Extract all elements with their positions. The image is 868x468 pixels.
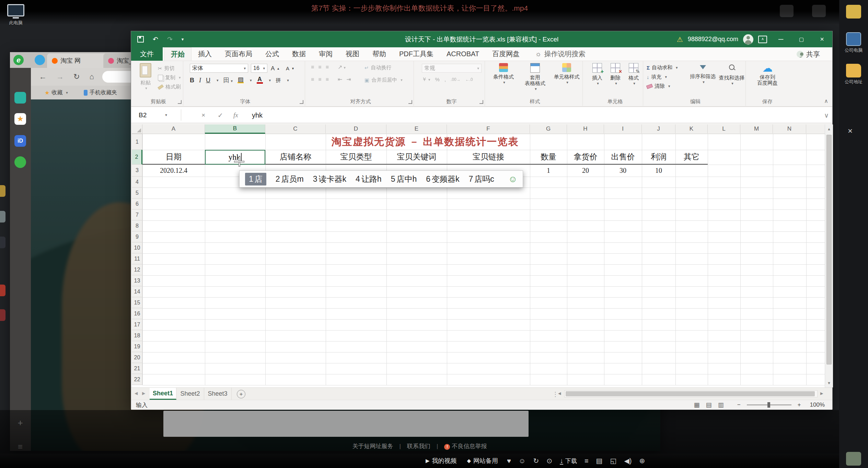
find-select-button[interactable]: 查找和选择▾: [718, 63, 745, 86]
column-header-L[interactable]: L: [708, 124, 740, 133]
cell-K2[interactable]: 其它: [675, 150, 708, 165]
maximize-button[interactable]: ▢: [791, 31, 812, 47]
desktop-shortcut-icon[interactable]: [0, 237, 5, 248]
row-header-22[interactable]: 22: [132, 374, 142, 385]
underline-button[interactable]: U: [206, 77, 210, 84]
cell-J3[interactable]: 10: [642, 165, 675, 177]
desktop-shortcut-icon[interactable]: [0, 185, 5, 197]
playlist-icon[interactable]: ≡: [585, 457, 589, 465]
row-header-21[interactable]: 21: [132, 363, 142, 374]
cell-H2[interactable]: 拿货价: [567, 150, 604, 165]
column-header-A[interactable]: A: [142, 124, 205, 133]
horizontal-scrollbar[interactable]: [564, 390, 818, 397]
copy-button[interactable]: 复制▾: [158, 73, 181, 82]
row-header-20[interactable]: 20: [132, 352, 142, 363]
confirm-entry-icon[interactable]: ✓: [218, 107, 223, 123]
hscrollbar-thumb[interactable]: [566, 391, 815, 396]
sheet-tab-sheet3[interactable]: Sheet3: [204, 388, 232, 400]
page-break-view-icon[interactable]: ▥: [718, 401, 724, 409]
italic-button[interactable]: I: [199, 77, 201, 84]
delete-cells-button[interactable]: × 删除▾: [607, 63, 624, 86]
row-header-16[interactable]: 16: [132, 308, 142, 319]
floating-close-icon[interactable]: ×: [848, 126, 853, 136]
cell-A1-title[interactable]: 淘宝虚拟无货源 － 出单数据统计一览表: [142, 134, 708, 150]
column-header-D[interactable]: D: [326, 124, 386, 133]
cell-I3[interactable]: 30: [604, 165, 642, 177]
cast-icon[interactable]: ⊙: [546, 457, 552, 465]
column-header-I[interactable]: I: [604, 124, 642, 133]
row-header-7[interactable]: 7: [132, 209, 142, 220]
save-icon[interactable]: [137, 36, 144, 43]
font-color-button[interactable]: A: [257, 77, 263, 84]
sheet-tab-sheet2[interactable]: Sheet2: [176, 388, 204, 400]
new-sheet-icon[interactable]: +: [237, 390, 245, 398]
row-header-11[interactable]: 11: [132, 253, 142, 264]
home-icon[interactable]: ⌂: [89, 72, 94, 81]
undo-icon[interactable]: ↶: [153, 35, 158, 43]
align-right-icon[interactable]: ≡: [326, 76, 329, 83]
bookmark-favorites[interactable]: ★ 收藏 ▾: [45, 89, 68, 96]
column-header-B[interactable]: B: [205, 124, 265, 134]
cut-button[interactable]: ✂剪切: [158, 64, 181, 73]
sidebar-favorites-icon[interactable]: ★: [14, 113, 26, 125]
desktop-shortcut[interactable]: [839, 5, 868, 19]
row-header-13[interactable]: 13: [132, 275, 142, 286]
row-header-6[interactable]: 6: [132, 199, 142, 209]
desktop-shortcut-icon[interactable]: [0, 211, 5, 223]
fullscreen-icon[interactable]: ◱: [610, 457, 617, 465]
redo-icon[interactable]: ↷: [167, 35, 173, 43]
replay-icon[interactable]: ↻: [533, 457, 539, 465]
dialog-launcher-icon[interactable]: [178, 100, 182, 104]
minimize-button[interactable]: ─: [771, 31, 791, 47]
sidebar-app-icon[interactable]: [14, 92, 26, 104]
row-header-1[interactable]: 1: [132, 134, 142, 150]
forward-icon[interactable]: →: [56, 72, 64, 81]
row-header-12[interactable]: 12: [132, 264, 142, 275]
back-icon[interactable]: ←: [39, 72, 47, 81]
cell-I2[interactable]: 出售价: [604, 150, 642, 165]
row-header-18[interactable]: 18: [132, 330, 142, 341]
row-header-4[interactable]: 4: [132, 177, 142, 188]
increase-decimal-icon[interactable]: .00→: [451, 77, 461, 82]
emoji-smiley-icon[interactable]: ☺: [508, 174, 518, 184]
autosum-button[interactable]: Σ自动求和▾: [647, 63, 678, 72]
row-header-14[interactable]: 14: [132, 286, 142, 297]
tell-me-search[interactable]: ☼ 操作说明搜索: [535, 47, 585, 61]
share-button[interactable]: 共享: [797, 47, 820, 61]
format-painter-button[interactable]: 格式刷: [158, 82, 181, 92]
column-header-C[interactable]: C: [265, 124, 326, 133]
sheet-tab-sheet1[interactable]: Sheet1: [150, 388, 176, 400]
sheet-nav-right-icon[interactable]: ▶: [142, 391, 145, 396]
row-header-10[interactable]: 10: [132, 242, 142, 253]
sidebar-phone-icon[interactable]: [14, 156, 26, 168]
align-middle-icon[interactable]: ≡: [318, 64, 321, 70]
vertical-scrollbar[interactable]: ▲ ▼: [825, 124, 833, 387]
row-header-17[interactable]: 17: [132, 319, 142, 330]
browser-skin-icon[interactable]: [35, 55, 45, 65]
ime-candidate-6[interactable]: 6变频器k: [426, 174, 459, 184]
percent-icon[interactable]: %: [435, 76, 440, 82]
column-header-F[interactable]: F: [447, 124, 530, 133]
bold-button[interactable]: B: [190, 77, 194, 84]
desktop-shortcut-icon[interactable]: [0, 285, 5, 296]
font-name-select[interactable]: 宋体▾: [190, 64, 248, 73]
footer-link[interactable]: !不良信息举报: [444, 442, 487, 450]
grow-font-button[interactable]: A▲: [271, 64, 280, 73]
sidebar-id-icon[interactable]: iD: [14, 135, 26, 147]
align-bottom-icon[interactable]: ≡: [326, 64, 329, 70]
row-header-3[interactable]: 3: [132, 165, 142, 177]
tab-page-layout[interactable]: 页面布局: [218, 47, 259, 61]
download-icon[interactable]: ↓下载: [560, 457, 577, 465]
column-header-N[interactable]: N: [773, 124, 806, 133]
scrollbar-thumb[interactable]: [826, 135, 832, 364]
scroll-up-icon[interactable]: ▲: [825, 124, 833, 133]
wrap-text-button[interactable]: ↵自动换行: [364, 63, 392, 72]
paste-button[interactable]: 粘贴▾: [135, 63, 156, 91]
insert-function-icon[interactable]: fx: [233, 107, 238, 123]
save-to-baidu-pan-button[interactable]: ☁ 保存到 百度网盘: [753, 63, 782, 86]
shrink-font-button[interactable]: A▼: [286, 64, 294, 73]
currency-icon[interactable]: ￥▾: [422, 76, 430, 83]
footer-link[interactable]: 联系我们: [407, 442, 430, 450]
tab-baidu-pan[interactable]: 百度网盘: [486, 47, 526, 61]
decrease-indent-icon[interactable]: ⇤: [338, 76, 342, 83]
